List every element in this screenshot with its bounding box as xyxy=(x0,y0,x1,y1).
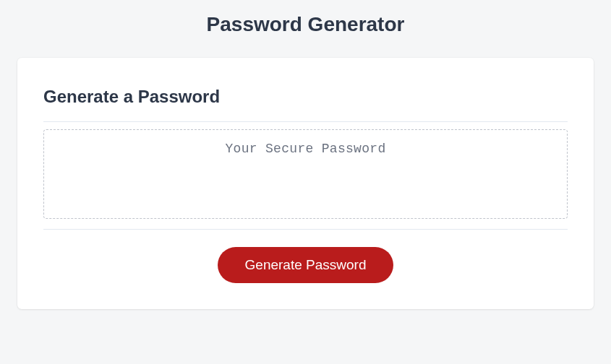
password-output-box: Your Secure Password xyxy=(43,129,568,219)
generate-password-button[interactable]: Generate Password xyxy=(218,247,394,283)
password-result-section: Your Secure Password xyxy=(43,121,568,230)
card-heading: Generate a Password xyxy=(43,87,568,107)
button-row: Generate Password xyxy=(43,247,568,283)
page-title: Password Generator xyxy=(0,0,611,58)
generator-card: Generate a Password Your Secure Password… xyxy=(17,58,594,309)
password-placeholder-text: Your Secure Password xyxy=(225,142,385,156)
